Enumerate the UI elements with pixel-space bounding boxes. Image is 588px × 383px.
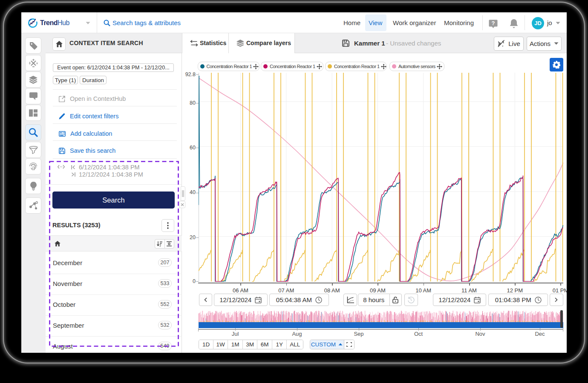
svg-text:?: ? (492, 20, 495, 26)
